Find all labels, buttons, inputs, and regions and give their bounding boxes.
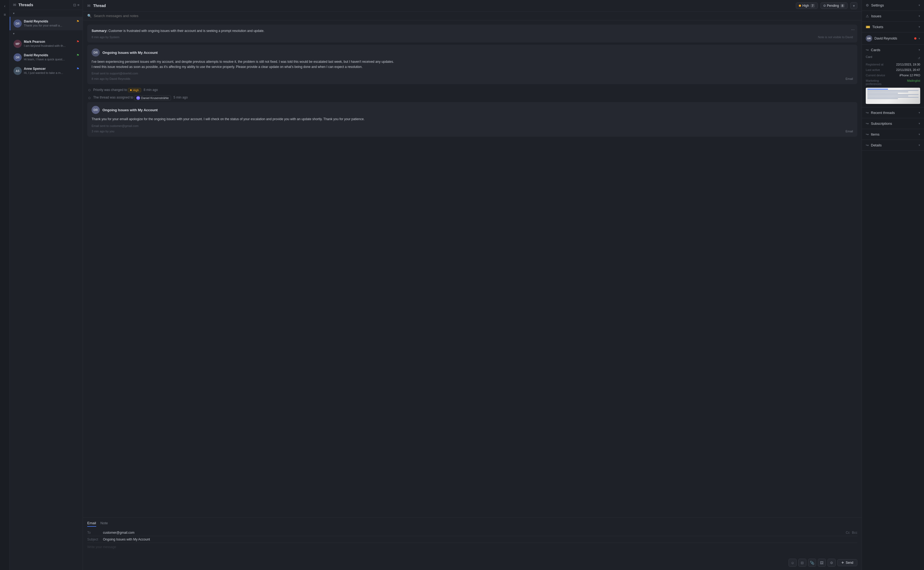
cc-bcc-controls: Cc Bcc xyxy=(846,531,857,535)
emoji-button[interactable]: ☺ xyxy=(789,559,796,567)
note-meta-left: 8 min ago by System xyxy=(92,35,120,39)
avatar: DR xyxy=(92,106,100,114)
message-subject: Ongoing Issues with My Account xyxy=(102,108,158,112)
send-button[interactable]: ✈ Send xyxy=(837,559,857,566)
avatar: AS xyxy=(14,67,22,75)
priority-badge[interactable]: High 7 xyxy=(796,2,818,9)
settings-header[interactable]: ⚙ Settings ▾ xyxy=(862,0,924,11)
thread-item[interactable]: MP Mark Pearson I am beyond frustrated w… xyxy=(10,37,83,51)
svg-text:DR: DR xyxy=(16,56,20,59)
message-time: 8 min ago by David Reynolds xyxy=(92,77,130,80)
to-value[interactable]: customer@gmail.com xyxy=(103,531,844,535)
online-status-dot xyxy=(914,37,916,40)
details-header[interactable]: ↪ Details ▾ xyxy=(862,140,924,150)
priority-tag-dot xyxy=(130,89,132,91)
message-type: Email xyxy=(846,77,853,80)
thread-item[interactable]: AS Anne Spencer Hi, I just wanted to tak… xyxy=(10,64,83,78)
card-row: Last active 22/11/2023, 20:47 xyxy=(866,68,920,72)
template-button[interactable]: ⊟ xyxy=(798,559,806,567)
attachment-button[interactable]: 📎 xyxy=(808,559,816,567)
cards-chevron: ▾ xyxy=(919,48,920,52)
card-row: Marketing preferences Mailinglist xyxy=(866,79,920,86)
tab-note[interactable]: Note xyxy=(100,521,108,527)
issues-header[interactable]: ⚠ Issues ▾ xyxy=(862,11,924,21)
thread-preview: Thank you for your emaill a... xyxy=(24,24,74,27)
panel-section-tickets: 🎫 Tickets ▾ xyxy=(862,21,924,32)
cards-label: Cards xyxy=(871,48,916,52)
thread-icon: ✉ xyxy=(87,3,91,8)
note-meta: 8 min ago by System Note is not visible … xyxy=(92,35,853,39)
tickets-label: Tickets xyxy=(872,25,916,29)
field-name: Current device xyxy=(866,74,890,77)
field-name: Registered at xyxy=(866,63,890,66)
subscriptions-label: Subscriptions xyxy=(871,121,916,126)
recent-threads-chevron: ▾ xyxy=(919,111,920,115)
items-header[interactable]: ↪ Items ▾ xyxy=(862,129,924,139)
thread-group-1-toggle[interactable]: ▾ xyxy=(10,10,83,17)
more-options-button[interactable]: ⚙ xyxy=(827,559,836,567)
topbar-chevron-down[interactable]: ▾ xyxy=(850,2,857,9)
tickets-header[interactable]: 🎫 Tickets ▾ xyxy=(862,21,924,32)
message-header: DR Ongoing Issues with My Account xyxy=(92,106,853,114)
subject-value[interactable]: Ongoing Issues with My Account xyxy=(103,538,857,541)
activity-item: The thread was assigned to DK Daniel Kru… xyxy=(87,94,857,102)
items-chevron: ▾ xyxy=(919,133,920,136)
user-name: David Reynolds xyxy=(875,37,911,40)
subscriptions-header[interactable]: ↪ Subscriptions ▾ xyxy=(862,118,924,129)
search-icon: 🔍 xyxy=(87,14,92,18)
cc-button[interactable]: Cc xyxy=(846,531,850,535)
panel-section-cards: ↪ Cards ▾ Card ↺ Registered at 22/11/202… xyxy=(862,44,924,107)
activity-time: 8 min ago xyxy=(144,88,158,92)
search-input[interactable] xyxy=(94,14,857,18)
user-header[interactable]: DR David Reynolds ▾ xyxy=(862,32,924,44)
thread-topbar: ✉ Thread High 7 Pending 8 ▾ xyxy=(83,0,862,12)
field-value: 22/11/2023, 19:30 xyxy=(890,63,920,66)
thumb-line xyxy=(867,89,888,90)
message-card: ··· DR Ongoing Issues with My Account I'… xyxy=(87,44,857,84)
field-value: iPhone 12 PRO xyxy=(890,74,920,77)
panel-section-subscriptions: ↪ Subscriptions ▾ xyxy=(862,118,924,129)
compose-toolbar: ☺ ⊟ 📎 🖼 ⚙ ✈ Send xyxy=(87,559,857,567)
threads-header: ✉ Threads ⊡ ≡ xyxy=(10,0,83,10)
panel-section-recent-threads: ↪ Recent threads ▾ xyxy=(862,107,924,118)
compose-to-field: To customer@gmail.com Cc Bcc xyxy=(87,529,857,536)
status-count: 8 xyxy=(840,4,845,8)
thread-sender-name: Anne Spencer xyxy=(24,67,74,70)
activity-description: Priority was changed to xyxy=(93,88,127,92)
threads-title: Threads xyxy=(18,3,71,7)
compose-body[interactable]: Write your message xyxy=(87,543,857,556)
thread-flag: ⚑ xyxy=(77,67,79,70)
subscriptions-chevron: ▾ xyxy=(919,122,920,125)
bcc-button[interactable]: Bcc xyxy=(852,531,857,535)
activity-time: 5 min ago xyxy=(174,95,188,99)
status-badge[interactable]: Pending 8 xyxy=(821,2,847,9)
thread-content: David Reynolds Hi team, I have a quick q… xyxy=(24,53,74,61)
thread-item[interactable]: DR David Reynolds Hi team, I have a quic… xyxy=(10,51,83,64)
menu-icon[interactable]: ≡ xyxy=(1,11,9,18)
threads-sidebar: ✉ Threads ⊡ ≡ ▾ DR David Reynolds Thank … xyxy=(10,0,83,570)
thumb-line xyxy=(867,95,908,97)
activity-item: Priority was changed to High 8 min ago xyxy=(87,86,857,94)
thread-group-2-toggle[interactable]: ▾ xyxy=(10,30,83,37)
thread-item[interactable]: DR David Reynolds Thank you for your ema… xyxy=(10,17,83,30)
search-bar: 🔍 xyxy=(83,12,862,20)
summary-more-button[interactable]: ··· xyxy=(851,28,855,32)
field-value: 22/11/2023, 20:47 xyxy=(890,68,920,72)
back-nav-icon[interactable]: ‹ xyxy=(1,2,9,10)
summary-text: Summary: Customer is frustrated with ong… xyxy=(92,28,853,33)
refresh-icon[interactable]: ↺ xyxy=(918,57,920,60)
filter-icon[interactable]: ≡ xyxy=(77,3,79,7)
tab-email[interactable]: Email xyxy=(87,521,96,527)
subscriptions-icon: ↪ xyxy=(866,121,869,126)
recent-threads-header[interactable]: ↪ Recent threads ▾ xyxy=(862,107,924,118)
svg-text:DR: DR xyxy=(16,22,20,25)
compose-icon[interactable]: ⊡ xyxy=(73,3,76,7)
message-meta: 8 min ago by David Reynolds Email xyxy=(92,77,853,80)
issues-chevron: ▾ xyxy=(919,14,920,18)
thread-sender-name: David Reynolds xyxy=(24,53,74,57)
cards-header[interactable]: ↪ Cards ▾ xyxy=(862,44,924,55)
thumb-line xyxy=(867,94,919,95)
activity-dot xyxy=(88,97,91,99)
activity-dot xyxy=(88,89,91,91)
image-button[interactable]: 🖼 xyxy=(818,559,826,567)
